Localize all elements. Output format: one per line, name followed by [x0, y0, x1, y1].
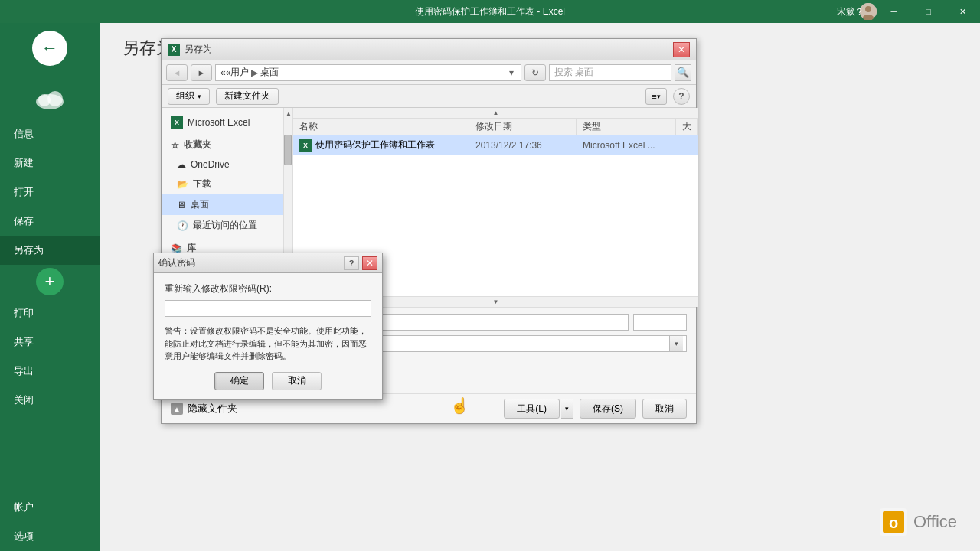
col-date: 修改日期 — [469, 119, 577, 135]
dialog-toolbar: ◄ ► «« 用户 ▶ 桌面 ▾ ↻ 搜索 桌面 🔍 — [162, 60, 696, 85]
desktop-label: 桌面 — [191, 198, 209, 211]
dialog-excel-icon: X — [168, 44, 180, 56]
dialog-title: 另存为 — [185, 43, 668, 56]
breadcrumb-bar[interactable]: «« 用户 ▶ 桌面 ▾ — [215, 64, 521, 81]
sidebar: ← 信息 新建 打开 保存 另存为 + 打印 共享 导出 关闭 帐户 选项 — [0, 23, 100, 551]
tools-button[interactable]: 工具(L) — [504, 399, 560, 419]
downloads-label: 下载 — [193, 178, 211, 191]
organize-button[interactable]: 组织 ▾ — [168, 88, 210, 105]
file-name-cell: X 使用密码保护工作簿和工作表 — [293, 139, 469, 152]
file-list-scroll-up[interactable]: ▲ — [293, 108, 698, 119]
save-button[interactable]: 保存(S) — [580, 399, 636, 419]
breadcrumb-dropdown-icon: ▾ — [509, 67, 514, 78]
downloads-icon: 📂 — [177, 179, 188, 190]
cloud-icon — [32, 85, 67, 112]
office-logo-area: o Office — [880, 508, 957, 536]
search-button[interactable]: 🔍 — [675, 64, 691, 81]
new-folder-label: 新建文件夹 — [224, 90, 270, 103]
confirm-cancel-button[interactable]: 取消 — [272, 372, 322, 390]
sidebar-onedrive-item[interactable]: ☁ OneDrive — [162, 155, 283, 174]
office-label: Office — [913, 512, 957, 532]
sidebar-item-share[interactable]: 共享 — [0, 328, 100, 357]
organize-dropdown-icon: ▾ — [198, 93, 201, 100]
refresh-button[interactable]: ↻ — [524, 64, 546, 81]
desktop-icon: 🖥 — [177, 200, 186, 210]
minimize-button[interactable]: ─ — [877, 0, 911, 23]
excel-small-icon: X — [171, 116, 183, 129]
help-button-dialog[interactable]: ? — [673, 88, 690, 105]
confirm-label: 重新输入修改权限密码(R): — [165, 282, 371, 295]
confirm-warning: 警告：设置修改权限密码不是安全功能。使用此功能，能防止对此文档进行录编辑，但不能… — [165, 324, 371, 363]
sidebar-item-saveas[interactable]: 另存为 — [0, 236, 100, 265]
sidebar-item-new[interactable]: 新建 — [0, 148, 100, 178]
add-button[interactable]: + — [36, 268, 64, 295]
dialog-titlebar: X 另存为 ✕ — [162, 39, 696, 60]
breadcrumb-part1: 用户 — [230, 66, 249, 79]
confirm-password-input[interactable] — [165, 300, 371, 317]
sidebar-item-open[interactable]: 打开 — [0, 178, 100, 207]
col-size: 大 — [676, 119, 698, 135]
organize-label: 组织 — [176, 90, 194, 103]
hide-folder-label: 隐藏文件夹 — [188, 402, 237, 416]
col-type: 类型 — [577, 119, 676, 135]
file-excel-icon: X — [299, 139, 312, 152]
sidebar-recent-item[interactable]: 🕐 最近访问的位置 — [162, 215, 283, 236]
window-controls[interactable]: ? ─ □ ✕ — [842, 0, 980, 23]
back-arrow-icon: ← — [41, 40, 58, 57]
sidebar-item-save[interactable]: 保存 — [0, 207, 100, 236]
sidebar-item-account[interactable]: 帐户 — [0, 493, 100, 522]
back-button[interactable]: ← — [32, 31, 67, 66]
new-folder-button[interactable]: 新建文件夹 — [216, 88, 279, 105]
tools-button-group: 工具(L) ▾ — [504, 399, 573, 419]
file-date-cell: 2013/12/2 17:36 — [469, 140, 577, 151]
dialog-actionbar: 组织 ▾ 新建文件夹 ≡ ▾ ? — [162, 85, 696, 108]
onedrive-icon: ☁ — [177, 159, 186, 170]
filename-extra — [633, 314, 687, 331]
excel-item-label: Microsoft Excel — [188, 117, 250, 128]
onedrive-label: OneDrive — [191, 159, 230, 170]
cloud-area — [0, 81, 100, 116]
dialog-close-button[interactable]: ✕ — [673, 42, 690, 57]
confirm-password-dialog: 确认密码 ? ✕ 重新输入修改权限密码(R): 警告：设置修改权限密码不是安全功… — [153, 253, 383, 400]
sidebar-item-options[interactable]: 选项 — [0, 522, 100, 551]
cancel-button[interactable]: 取消 — [642, 399, 687, 419]
file-list-header: 名称 修改日期 类型 大 — [293, 119, 698, 135]
confirm-buttons: 确定 取消 — [165, 372, 371, 390]
breadcrumb-prefix: «« — [220, 67, 230, 78]
favorites-section: ☆ 收藏夹 — [162, 132, 283, 155]
sidebar-downloads-item[interactable]: 📂 下载 — [162, 174, 283, 194]
filetype-dropdown-icon: ▾ — [669, 336, 683, 351]
sidebar-excel-item[interactable]: X Microsoft Excel — [162, 112, 283, 132]
forward-nav-button[interactable]: ► — [191, 64, 212, 81]
confirm-title: 确认密码 — [158, 256, 341, 269]
svg-point-5 — [47, 91, 63, 106]
confirm-ok-button[interactable]: 确定 — [214, 372, 264, 390]
close-button[interactable]: ✕ — [946, 0, 980, 23]
back-nav-button[interactable]: ◄ — [166, 64, 188, 81]
sidebar-desktop-item[interactable]: 🖥 桌面 — [162, 194, 283, 215]
view-dropdown-icon: ▾ — [657, 93, 661, 100]
hide-folder-icon: ▲ — [171, 403, 183, 415]
sidebar-item-info[interactable]: 信息 — [0, 119, 100, 148]
favorites-label: 收藏夹 — [184, 139, 211, 152]
breadcrumb-part2: 桌面 — [260, 66, 279, 79]
tools-dropdown-button[interactable]: ▾ — [561, 399, 573, 419]
sidebar-item-close[interactable]: 关闭 — [0, 386, 100, 415]
hide-folder-area[interactable]: ▲ 隐藏文件夹 — [171, 402, 498, 416]
file-type-cell: Microsoft Excel ... — [577, 140, 676, 151]
view-button[interactable]: ≡ ▾ — [645, 88, 667, 105]
sidebar-item-export[interactable]: 导出 — [0, 357, 100, 386]
restore-button[interactable]: □ — [911, 0, 946, 23]
confirm-help-button[interactable]: ? — [344, 256, 359, 270]
table-row[interactable]: X 使用密码保护工作簿和工作表 2013/12/2 17:36 Microsof… — [293, 135, 698, 155]
window-title: 使用密码保护工作簿和工作表 - Excel — [415, 5, 565, 18]
confirm-body: 重新输入修改权限密码(R): 警告：设置修改权限密码不是安全功能。使用此功能，能… — [154, 273, 382, 399]
sidebar-item-print[interactable]: 打印 — [0, 298, 100, 328]
breadcrumb-separator1: ▶ — [251, 67, 258, 78]
recent-icon: 🕐 — [177, 220, 188, 231]
confirm-close-button[interactable]: ✕ — [362, 256, 377, 270]
office-icon: o — [880, 508, 907, 536]
help-button[interactable]: ? — [842, 0, 877, 23]
col-name: 名称 — [293, 119, 469, 135]
confirm-titlebar: 确认密码 ? ✕ — [154, 253, 382, 273]
